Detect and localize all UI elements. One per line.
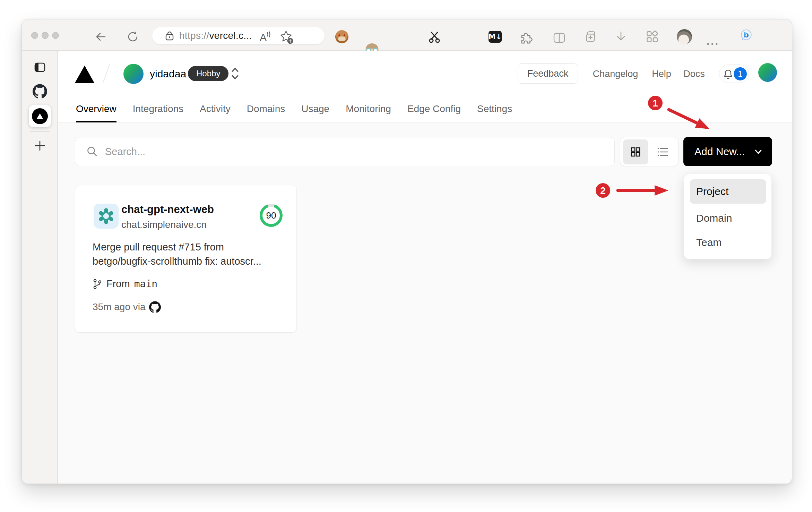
dropdown-item-domain[interactable]: Domain [696, 212, 732, 224]
clipper-extension-icon[interactable] [428, 30, 441, 43]
github-tab-icon[interactable] [33, 84, 47, 99]
user-avatar[interactable] [758, 63, 777, 82]
tab-settings[interactable]: Settings [477, 96, 512, 122]
from-label: From [106, 278, 130, 290]
window-minimize-button[interactable] [42, 32, 49, 39]
collections-icon[interactable] [584, 30, 597, 43]
sidebar-panel-icon[interactable] [34, 62, 46, 72]
tab-integrations[interactable]: Integrations [133, 96, 183, 122]
feedback-button[interactable]: Feedback [518, 63, 578, 84]
dropdown-item-project[interactable]: Project [690, 179, 766, 204]
dropdown-item-team[interactable]: Team [696, 237, 722, 248]
list-view-icon [657, 147, 669, 157]
bing-chat-icon[interactable]: b [740, 28, 753, 42]
branch-row: From main [93, 278, 157, 290]
commit-message: Merge pull request #715 from betgo/bugfi… [93, 240, 261, 268]
chevron-down-icon [753, 147, 763, 156]
project-domain[interactable]: chat.simplenaive.cn [121, 219, 207, 230]
downloads-icon[interactable] [614, 30, 628, 43]
new-tab-icon[interactable] [33, 139, 46, 152]
score-value: 90 [262, 207, 280, 224]
browser-menu-icon[interactable]: ... [707, 35, 719, 47]
search-input[interactable] [105, 146, 590, 157]
vercel-favicon [32, 108, 48, 124]
team-avatar [123, 64, 144, 84]
grid-view-button[interactable] [623, 139, 648, 164]
refresh-icon[interactable] [127, 31, 139, 43]
search-icon [86, 146, 98, 157]
plan-badge: Hobby [188, 66, 228, 81]
project-name[interactable]: chat-gpt-next-web [121, 203, 214, 216]
vercel-dashboard: yidadaa Hobby Feedback Changelog Help Do… [58, 51, 792, 484]
extensions-puzzle-icon[interactable] [520, 31, 533, 44]
notification-count: 1 [734, 67, 747, 80]
vercel-logo[interactable] [75, 65, 95, 83]
back-icon[interactable] [95, 31, 107, 43]
git-branch-icon [93, 279, 102, 289]
docs-link[interactable]: Docs [682, 69, 707, 79]
vercel-tab-bar: Overview Integrations Activity Domains U… [58, 96, 792, 122]
vercel-header: yidadaa Hobby Feedback Changelog Help Do… [58, 51, 792, 96]
browser-toolbar: https://vercel.c... A 2 [22, 19, 792, 51]
notifications-button[interactable]: 1 [719, 65, 749, 83]
list-view-button[interactable] [650, 139, 675, 164]
window-close-button[interactable] [31, 32, 38, 39]
tab-domains[interactable]: Domains [247, 96, 285, 122]
tampermonkey-extension-icon[interactable] [335, 30, 348, 43]
add-new-button[interactable]: Add New... [683, 137, 772, 166]
team-switcher-icon[interactable] [231, 67, 239, 80]
deployment-meta: 35m ago via [93, 301, 161, 313]
split-screen-icon[interactable] [553, 31, 566, 44]
tab-monitoring[interactable]: Monitoring [346, 96, 391, 122]
apps-launcher-icon[interactable] [646, 30, 659, 43]
lock-icon [165, 31, 174, 41]
vercel-tab-active[interactable] [29, 105, 51, 127]
tab-overview[interactable]: Overview [76, 96, 116, 122]
breadcrumb-slash [103, 63, 110, 83]
browser-tab-sidebar [22, 51, 58, 484]
github-icon [149, 301, 161, 313]
overview-content: Add New... [58, 122, 792, 484]
project-card[interactable]: chat-gpt-next-web chat.simplenaive.cn 90… [75, 185, 297, 333]
window-zoom-button[interactable] [52, 32, 59, 39]
tab-activity[interactable]: Activity [200, 96, 231, 122]
bell-icon [723, 69, 733, 80]
browser-window: https://vercel.c... A 2 [21, 19, 792, 484]
address-bar[interactable]: https://vercel.c... [152, 27, 325, 44]
add-new-dropdown: Project Domain Team [684, 174, 772, 259]
view-toggle [620, 137, 679, 166]
team-name[interactable]: yidadaa [150, 68, 186, 80]
read-aloud-icon[interactable]: A [260, 30, 271, 43]
project-icon-tile [94, 204, 119, 229]
tab-edge-config[interactable]: Edge Config [407, 96, 461, 122]
screenshot: https://vercel.c... A 2 [0, 0, 812, 512]
url-text: https://vercel.c... [179, 30, 252, 41]
add-favorite-icon[interactable] [279, 30, 294, 44]
grid-view-icon [630, 146, 641, 157]
deployment-time: 35m ago via [93, 301, 146, 313]
svg-text:b: b [743, 31, 749, 39]
markdown-extension-icon[interactable]: M↓ [489, 31, 502, 43]
openai-logo-icon [98, 208, 114, 224]
project-search [75, 137, 615, 166]
help-link[interactable]: Help [651, 69, 672, 79]
score-ring[interactable]: 90 [260, 204, 283, 227]
sidebar-divider [30, 131, 50, 132]
changelog-link[interactable]: Changelog [590, 69, 640, 79]
tab-usage[interactable]: Usage [301, 96, 329, 122]
browser-profile-avatar[interactable] [677, 29, 692, 44]
toolbar-divider [540, 31, 540, 43]
branch-name: main [134, 278, 157, 290]
